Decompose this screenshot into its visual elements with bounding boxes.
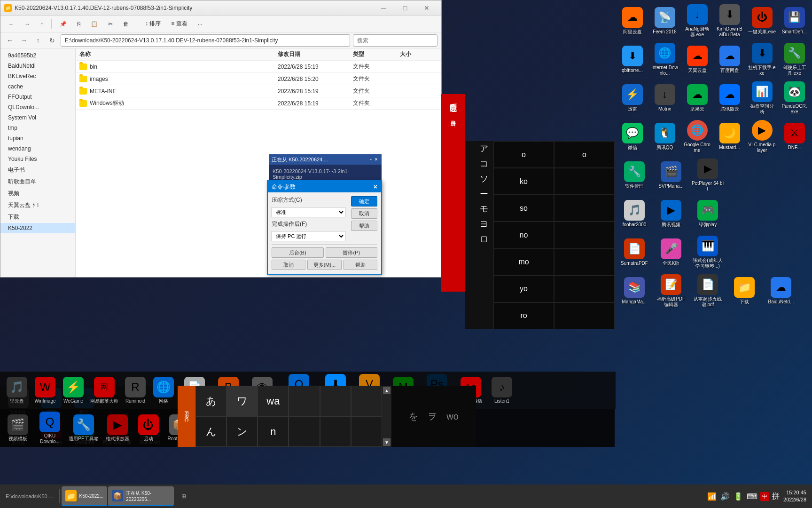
desktop-icon-idm[interactable]: 🌐 Internet Downlo...	[649, 40, 680, 78]
kana-cell-wa-katakana[interactable]: ワ	[226, 386, 258, 416]
desktop-icon-manga[interactable]: 📚 MangaMa...	[617, 272, 652, 310]
copy-button[interactable]: ⎘	[73, 17, 85, 31]
kana-cell-n-roman[interactable]: n	[258, 416, 289, 447]
background-button[interactable]: 后台(B)	[272, 247, 324, 258]
kana-cell-n-hiragana[interactable]: ん	[195, 416, 226, 447]
kana-char-mo[interactable]: モ	[478, 201, 490, 216]
more-button[interactable]: ···	[194, 17, 207, 31]
addr-refresh-button[interactable]: ↻	[47, 35, 58, 46]
kana-grid-so[interactable]: so	[493, 195, 554, 222]
tray-keyboard-icon[interactable]: ⌨	[746, 491, 758, 502]
desktop-icon-chrome[interactable]: 🌐 Google Chrome	[681, 118, 713, 155]
kana-char-ko[interactable]: コ	[478, 156, 490, 171]
after-select[interactable]: 保持 PC 运行	[272, 231, 345, 241]
app-video-template[interactable]: 🎬 视频模板	[4, 414, 32, 442]
search-input[interactable]	[353, 34, 437, 47]
addr-up-button[interactable]: ↑	[32, 35, 44, 46]
taskbar-app-ruminoid2[interactable]: R Ruminoid	[122, 377, 148, 404]
table-row[interactable]: images 2022/6/28 15:20 文件夹	[76, 73, 441, 85]
sidebar-item-4[interactable]: cache	[0, 81, 75, 92]
kana-char-ro[interactable]: ロ	[478, 231, 490, 246]
back-button[interactable]: ←	[4, 17, 18, 31]
taskbar-item-file-explorer[interactable]: 📁 K50-2022...	[62, 486, 108, 506]
desktop-icon-wechat[interactable]: 💬 微信	[617, 118, 648, 155]
maximize-button[interactable]: □	[394, 0, 416, 16]
cmd-close-button[interactable]: ×	[374, 183, 377, 190]
tray-battery-icon[interactable]: 🔋	[733, 491, 744, 502]
cancel-button[interactable]: 取消	[351, 208, 377, 219]
show-desktop-button[interactable]: ⊞	[179, 493, 189, 500]
kana-grid-ko[interactable]: ko	[493, 168, 554, 195]
sidebar-item-17[interactable]: K50-2022	[0, 223, 75, 233]
app-qiku[interactable]: Q QIKU Downlo...	[34, 412, 66, 444]
taskbar-app-network[interactable]: 🌐 网络	[150, 377, 177, 404]
desktop-icon-greenplay[interactable]: 🎮 绿弹play	[690, 195, 726, 232]
desktop-icon-pandaocr[interactable]: 🐼 PandaOCR.exe	[779, 79, 810, 117]
desktop-icon-sumatra[interactable]: 📄 SumatraPDF	[617, 233, 652, 271]
taskbar-app-wegame2[interactable]: ⚡ WeGame	[60, 377, 86, 404]
pause-button[interactable]: 暂停(P)	[326, 247, 378, 258]
desktop-icon-pdf[interactable]: 📄 从零起步五线谱.pdf	[690, 272, 726, 310]
desktop-icon-tianyi[interactable]: ☁ 天翼云盘	[681, 40, 713, 78]
desktop-icon-mustard[interactable]: 🌙 Mustard...	[714, 118, 745, 155]
sort-button[interactable]: ↕ 排序	[141, 17, 165, 31]
desktop-icon-baidudisk[interactable]: ☁ 百度网盘	[714, 40, 745, 78]
app-format[interactable]: ▶ 格式滚放器	[102, 414, 133, 442]
pin-button[interactable]: 📌	[55, 17, 71, 31]
close-button[interactable]: ✕	[416, 0, 437, 16]
desktop-icon-smartdef[interactable]: 💾 SmartDefr...	[779, 2, 810, 40]
tray-pinyin-icon[interactable]: 拼	[771, 491, 781, 502]
kana-cell-a-hiragana[interactable]: あ	[195, 386, 226, 416]
table-row[interactable]: META-INF 2022/6/28 15:19 文件夹	[76, 85, 441, 97]
sidebar-item-15[interactable]: 天翼云盘下T	[0, 199, 75, 211]
desktop-icon-vlc[interactable]: ▶ VLC media player	[746, 118, 778, 155]
sidebar-item-12[interactable]: 电子书	[0, 164, 75, 176]
desktop-icon-quanmink[interactable]: 🎤 全民K歌	[653, 233, 689, 271]
delete-button[interactable]: 🗑	[119, 17, 133, 31]
ok-button[interactable]: 确定	[351, 196, 377, 206]
desktop-icon-foxitpdf[interactable]: 📝 福昕高级PDF编辑器	[653, 272, 689, 310]
sidebar-item-8[interactable]: tmp	[0, 123, 75, 133]
app-pe-tools[interactable]: 🔧 通用PE工具箱	[68, 414, 100, 442]
desktop-icon-motrix[interactable]: ↓ Motrix	[649, 79, 680, 117]
help-button[interactable]: 帮助	[351, 221, 377, 231]
up-button[interactable]: ↑	[36, 17, 47, 31]
minimize-button[interactable]: ─	[373, 0, 394, 16]
desktop-icon-xunlei[interactable]: ⚡ 迅雷	[617, 79, 648, 117]
sidebar-item-11[interactable]: Youku Files	[0, 154, 75, 164]
kana-char-yo[interactable]: ヨ	[478, 216, 490, 231]
kana-char-so[interactable]: ソ	[478, 171, 490, 186]
desktop-icon-ariang[interactable]: ↓ AriaNg启动器.exe	[681, 2, 713, 40]
tray-network-icon[interactable]: 📶	[706, 491, 718, 502]
tray-sound-icon[interactable]: 🔊	[719, 491, 731, 502]
desktop-icon-diskspace[interactable]: 📊 磁盘空间分析	[746, 79, 778, 117]
col-name[interactable]: 名称	[79, 50, 278, 58]
desktop-icon-qbit[interactable]: ⬇ qbittorre...	[617, 40, 648, 78]
taskbar-app-winimage2[interactable]: W WinImage	[32, 377, 58, 404]
more-button[interactable]: 更多(M)...	[307, 260, 341, 270]
col-date[interactable]: 修改日期	[278, 50, 353, 58]
sidebar-item-6[interactable]: QLDownlo...	[0, 102, 75, 112]
taskbar-app-music[interactable]: 🎵 里云盘	[4, 377, 30, 404]
taskbar-item-extraction[interactable]: 📦 正在从 K50-20220206...	[108, 486, 174, 506]
help-button-2[interactable]: 帮助	[344, 260, 377, 270]
view-button[interactable]: ≡ 查看	[167, 17, 191, 31]
desktop-icon-baidudisk2[interactable]: ☁ BaiduNetd...	[763, 272, 799, 310]
paste-button[interactable]: 📋	[86, 17, 102, 31]
address-input[interactable]	[61, 34, 350, 47]
desktop-icon-foobar[interactable]: 🎵 foobar2000	[617, 195, 652, 232]
sidebar-item-14[interactable]: 视频	[0, 188, 75, 199]
desktop-icon-jianguo[interactable]: ☁ 坚果云	[681, 79, 713, 117]
kana-cell-n-katakana[interactable]: ン	[226, 416, 258, 447]
kana-grid-ro[interactable]: ro	[493, 302, 554, 329]
move-button[interactable]: ✂	[104, 17, 117, 31]
kana-char-no[interactable]: ー	[478, 186, 490, 201]
desktop-icon-dnf[interactable]: ⚔ DNF...	[779, 118, 810, 155]
desktop-icon-downloads-folder[interactable]: 📁 下载	[726, 272, 762, 310]
col-type[interactable]: 类型	[353, 50, 400, 58]
desktop-icon-piano[interactable]: 🎹 张式会(成年人学习钢琴...)	[690, 233, 726, 271]
desktop-icon-svp[interactable]: 🎬 SVPMana...	[653, 156, 689, 194]
kana-grid-o-1[interactable]: o	[493, 141, 554, 168]
desktop-icon-kindown[interactable]: ⬇ KinhDown BaiDu Beta	[714, 2, 745, 40]
desktop-icon-potplayer[interactable]: ▶ PotPlayer 64 bit	[690, 156, 726, 194]
